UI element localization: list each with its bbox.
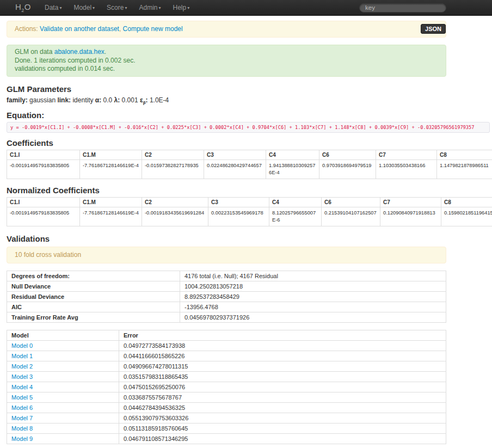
table-row: Model 10.04411666015865226 [7, 351, 446, 361]
coef-value-cell: -0.0019149579183835805 [7, 207, 80, 226]
stat-value: -13956.4768 [180, 302, 446, 312]
param-label: εβ: [140, 96, 148, 104]
menu-label: Model [73, 4, 91, 11]
stat-value: 4176 total (i.e. Null); 4167 Residual [180, 271, 446, 281]
coef-col-header: C8 [441, 197, 492, 207]
stat-label: Null Deviance [7, 281, 180, 291]
action-link-1[interactable]: Compute new model [123, 25, 183, 33]
model-link-8[interactable]: Model 8 [11, 425, 33, 432]
menu-score[interactable]: Score▾ [101, 0, 133, 15]
table-row: Null Deviance1004.2502813057218 [7, 281, 446, 291]
model-link-5[interactable]: Model 5 [11, 394, 33, 401]
status-line-2: Done. 1 iterations computed in 0.002 sec… [15, 57, 438, 65]
status-box: GLM on data abalone.data.hex. Done. 1 it… [7, 45, 446, 77]
normalized-coefficients-heading: Normalized Coefficients [7, 186, 492, 195]
coef-value-cell: 0.12090840971918813 [380, 207, 441, 226]
h2o-logo[interactable]: H2O [15, 2, 31, 13]
coef-table-body: -0.0019149579183835805-7.761867128146619… [7, 159, 492, 179]
menu-data[interactable]: Data▾ [39, 0, 67, 15]
coef-col-header: C3 [208, 197, 269, 207]
coef-value-cell: -0.0019183435619691284 [142, 207, 208, 226]
table-row: Model 90.046791108571346295 [7, 433, 446, 444]
table-row: AIC-13956.4768 [7, 302, 446, 312]
table-row: Model 60.04462784394536325 [7, 402, 446, 413]
menu-help[interactable]: Help▾ [167, 0, 196, 15]
table-row: Model 30.035157983118865435 [7, 371, 446, 382]
coef-col-header: C6 [319, 150, 376, 159]
menu-model[interactable]: Model▾ [67, 0, 101, 15]
param-value: 0.001 [122, 96, 138, 104]
coef-col-header: C1.M [80, 197, 142, 207]
model-link-7[interactable]: Model 7 [11, 415, 33, 421]
coef-col-header: C7 [380, 197, 441, 207]
coef-value-cell: 0.21539104107162507 [322, 207, 380, 226]
model-cell: Model 3 [7, 371, 119, 382]
models-header-row: ModelError [7, 330, 446, 340]
normalized-coefficients-table: C1.IC1.MC2C3C4C6C7C8-0.00191495791838358… [7, 197, 492, 226]
search-input[interactable] [359, 3, 446, 13]
param-label-subscript: β [143, 100, 146, 105]
json-button[interactable]: JSON [421, 24, 446, 34]
coef-col-header: C2 [142, 150, 204, 159]
glm-parameters-line: family: gaussian link: identity α: 0.0 λ… [7, 96, 492, 105]
coefficients-table-clip: C1.IC1.MC2C3C4C6C7C8-0.00191495791838358… [7, 150, 492, 179]
table-row: Degrees of freedom:4176 total (i.e. Null… [7, 271, 446, 281]
nav-item-help: Help▾ [167, 0, 196, 15]
coef-value-row: -0.0019149579183835805-7.761867128146619… [7, 207, 492, 226]
cross-validation-note: 10 fold cross validation [7, 247, 446, 263]
model-link-3[interactable]: Model 3 [11, 373, 33, 380]
model-cell: Model 8 [7, 423, 119, 433]
coefficients-heading: Coefficients [7, 138, 492, 148]
param-value: 1.0E-4 [150, 96, 169, 104]
stat-label: Training Error Rate Avg [7, 312, 180, 322]
validation-stats-table: Degrees of freedom:4176 total (i.e. Null… [7, 271, 446, 323]
caret-down-icon: ▾ [159, 5, 161, 10]
status-line-3: validations computed in 0.014 sec. [15, 65, 438, 73]
coef-value-cell: -7.761867128146619E-4 [80, 159, 142, 179]
model-link-1[interactable]: Model 1 [11, 353, 33, 359]
actions-bar: Actions: Validate on another dataset, Co… [7, 21, 446, 38]
menu-label: Admin [139, 4, 157, 11]
models-head: ModelError [7, 330, 446, 340]
coef-value-cell: 0.022486280429744657 [204, 159, 266, 179]
model-link-2[interactable]: Model 2 [11, 363, 33, 370]
model-link-4[interactable]: Model 4 [11, 384, 33, 390]
normalized-coefficients-table-clip: C1.IC1.MC2C3C4C6C7C8-0.00191495791838358… [7, 197, 492, 226]
model-error-cell: 0.055139079753603326 [119, 413, 446, 423]
model-error-cell: 0.035157983118865435 [119, 371, 446, 382]
coef-col-header: C1.M [80, 150, 142, 159]
model-cell: Model 0 [7, 340, 119, 351]
model-link-6[interactable]: Model 6 [11, 404, 33, 411]
coef-col-header: C1.I [7, 197, 80, 207]
menu-admin[interactable]: Admin▾ [133, 0, 167, 15]
model-cell: Model 2 [7, 361, 119, 371]
coef-value-cell: 0.9703918694979519 [319, 159, 376, 179]
table-row: Model 40.04750152695250076 [7, 382, 446, 392]
caret-down-icon: ▾ [187, 5, 189, 10]
model-error-cell: 0.046791108571346295 [119, 433, 446, 444]
param-label: λ: [114, 96, 120, 104]
model-cell: Model 4 [7, 382, 119, 392]
models-col-header: Model [7, 330, 119, 340]
model-link-0[interactable]: Model 0 [11, 342, 33, 349]
stat-value: 8.892537283458429 [180, 291, 446, 302]
glm-parameters-heading: GLM Parameters [7, 84, 492, 94]
h2o-logo-subscript: 2 [21, 8, 24, 13]
models-body: Model 00.04972773584173938Model 10.04411… [7, 340, 446, 444]
actions-label: Actions: [15, 25, 38, 33]
coef-col-header: C4 [266, 150, 319, 159]
coef-col-header: C1.I [7, 150, 80, 159]
model-error-cell: 0.0336875575678767 [119, 392, 446, 402]
table-row: Residual Deviance8.892537283458429 [7, 291, 446, 302]
stat-value: 1004.2502813057218 [180, 281, 446, 291]
model-error-cell: 0.051131859185760645 [119, 423, 446, 433]
coef-col-header: C8 [437, 150, 492, 159]
model-link-9[interactable]: Model 9 [11, 435, 33, 442]
coef-col-header: C3 [204, 150, 266, 159]
validations-heading: Validations [7, 234, 492, 243]
coef-value-cell: 1.9413888103092576E-4 [266, 159, 319, 179]
dataset-link[interactable]: abalone.data.hex [54, 48, 104, 56]
caret-down-icon: ▾ [125, 5, 127, 10]
action-link-0[interactable]: Validate on another dataset [40, 25, 119, 33]
actions-bar-wrap: Actions: Validate on another dataset, Co… [7, 21, 446, 38]
